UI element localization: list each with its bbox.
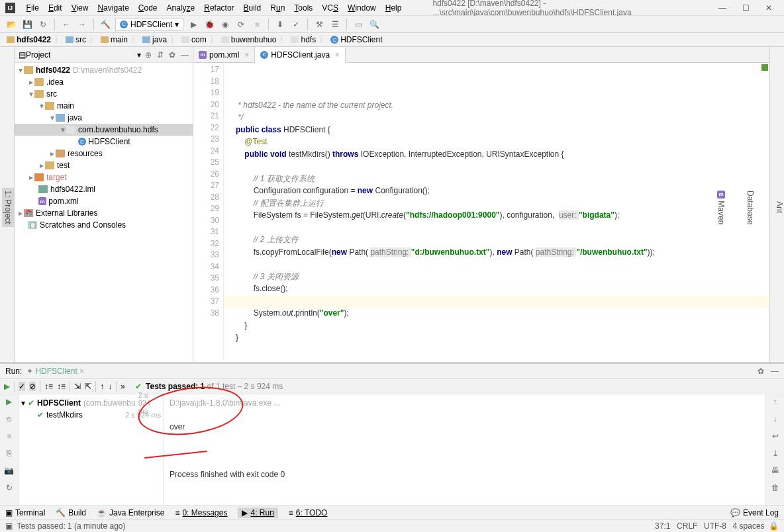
- tree-extlib[interactable]: ▸📚External Libraries: [15, 207, 193, 219]
- menu-view[interactable]: View: [67, 2, 93, 14]
- down-icon[interactable]: ↓: [108, 382, 112, 391]
- crumb-buwenbuhuo[interactable]: buwenbuhuo: [220, 35, 278, 44]
- debug-icon[interactable]: 🐞: [203, 19, 215, 30]
- tree-src[interactable]: ▾src: [15, 88, 193, 100]
- tree-java[interactable]: ▾java: [15, 112, 193, 124]
- gavel-icon[interactable]: ⚒: [313, 19, 325, 30]
- save-icon[interactable]: 💾: [21, 19, 33, 30]
- down-arrow-icon[interactable]: ↓: [773, 414, 777, 423]
- line-gutter[interactable]: 1718 19 20 21 222324 252627 282930 31323…: [193, 63, 224, 362]
- collapse-icon[interactable]: ⇵: [157, 50, 164, 60]
- close-icon[interactable]: ✕: [765, 3, 772, 13]
- run-test-tree[interactable]: ▾✔HDFSClient (com.buwenbu2 s 924 ms ✔tes…: [19, 394, 164, 506]
- crumb-java[interactable]: java: [141, 35, 168, 44]
- crumb-com[interactable]: com: [180, 35, 208, 44]
- test-root[interactable]: ▾✔HDFSClient (com.buwenbu2 s 924 ms: [21, 397, 161, 409]
- status-crlf[interactable]: CRLF: [677, 521, 697, 531]
- profile-icon[interactable]: ⟳: [235, 19, 247, 30]
- menu-help[interactable]: Help: [381, 2, 407, 14]
- pin-icon[interactable]: ⎋: [7, 414, 11, 423]
- check-icon[interactable]: ✓: [19, 382, 25, 391]
- avd-icon[interactable]: ▭: [352, 19, 364, 30]
- run-icon[interactable]: ▶: [187, 19, 199, 30]
- tree-main[interactable]: ▾main: [15, 100, 193, 112]
- up-arrow-icon[interactable]: ↑: [773, 397, 777, 406]
- expand-icon[interactable]: ⇲: [74, 382, 81, 391]
- tree-class[interactable]: C HDFSClient: [15, 136, 193, 148]
- tree-scratch[interactable]: 📋Scratches and Consoles: [15, 219, 193, 231]
- console-output[interactable]: D:\java\jdk-1.8.0\bin\java.exe ... over …: [164, 394, 765, 506]
- lock-icon[interactable]: 🔒: [769, 521, 779, 531]
- editor-body[interactable]: 1718 19 20 21 222324 252627 282930 31323…: [193, 63, 769, 362]
- minimize-icon[interactable]: —: [718, 3, 726, 13]
- bottom-terminal[interactable]: ▣ Terminal: [5, 508, 45, 517]
- stop-icon[interactable]: ■: [251, 19, 263, 30]
- open-icon[interactable]: 📂: [5, 19, 17, 30]
- tree-idea[interactable]: ▸.idea: [15, 76, 193, 88]
- status-pos[interactable]: 37:1: [655, 521, 670, 531]
- tree-test[interactable]: ▸test: [15, 159, 193, 171]
- bottom-build[interactable]: 🔨 Build: [56, 508, 86, 517]
- hide-icon[interactable]: —: [181, 50, 189, 60]
- status-indent[interactable]: 4 spaces: [733, 521, 765, 531]
- wrap-icon[interactable]: ↩: [772, 431, 779, 441]
- test-method[interactable]: ✔testMkdirs2 s 924 ms: [21, 409, 161, 421]
- menu-navigate[interactable]: Navigate: [93, 2, 133, 14]
- tree-pkg[interactable]: ▾com.buwenbuhuo.hdfs: [15, 124, 193, 136]
- print-icon[interactable]: 🖶: [771, 466, 779, 475]
- menu-edit[interactable]: Edit: [44, 2, 67, 14]
- menu-window[interactable]: Window: [343, 2, 381, 14]
- menu-refactor[interactable]: Refactor: [199, 2, 238, 14]
- vcs-update-icon[interactable]: ⬇: [274, 19, 286, 30]
- bottom-run[interactable]: ▶ 4: Run: [238, 508, 277, 518]
- hammer-icon[interactable]: 🔨: [99, 19, 111, 30]
- crumb-root[interactable]: hdfs0422: [5, 35, 52, 44]
- crumb-main[interactable]: main: [99, 35, 129, 44]
- run-config-combo[interactable]: C HDFSClient ▾: [115, 18, 183, 31]
- sync-icon[interactable]: ↻: [37, 19, 49, 30]
- rerun-icon[interactable]: ▶: [4, 382, 10, 391]
- chevron-down-icon[interactable]: ▾: [137, 50, 141, 60]
- gear-icon[interactable]: ✿: [758, 367, 764, 376]
- tool-ant[interactable]: Ant: [775, 201, 784, 213]
- maximize-icon[interactable]: ☐: [742, 3, 750, 13]
- camera-icon[interactable]: 📷: [4, 466, 14, 475]
- tree-resources[interactable]: ▸resources: [15, 148, 193, 159]
- hide-icon[interactable]: —: [771, 367, 779, 376]
- gear-icon[interactable]: ✿: [169, 50, 175, 60]
- bottom-eventlog[interactable]: 💬 Event Log: [730, 508, 779, 517]
- trash-icon[interactable]: 🗑: [771, 483, 779, 492]
- bottom-todo[interactable]: ≡ 6: TODO: [289, 508, 328, 517]
- menu-vcs[interactable]: VCS: [317, 2, 343, 14]
- tree-target[interactable]: ▸target: [15, 171, 193, 183]
- tab-pom[interactable]: mpom.xml×: [193, 47, 255, 62]
- up-icon[interactable]: ↑: [100, 382, 104, 391]
- forward-icon[interactable]: →: [76, 19, 88, 30]
- menu-code[interactable]: Code: [134, 2, 162, 14]
- rerun-icon[interactable]: ▶: [6, 397, 12, 406]
- export-icon[interactable]: »: [121, 382, 125, 391]
- scroll-icon[interactable]: ⤓: [772, 449, 779, 458]
- vcs-commit-icon[interactable]: ✓: [290, 19, 302, 30]
- project-tree[interactable]: ▾hdfs0422D:\maven\hdfs0422 ▸.idea ▾src ▾…: [15, 63, 193, 362]
- menu-tools[interactable]: Tools: [289, 2, 317, 14]
- sort-icon[interactable]: ↕≡: [44, 382, 53, 391]
- code-area[interactable]: * hdfs0422 - the name of the current pro…: [224, 63, 769, 362]
- close-icon[interactable]: ×: [244, 50, 249, 60]
- crumb-src[interactable]: src: [64, 35, 87, 44]
- run-tab[interactable]: ✦ HDFSClient ×: [26, 367, 84, 376]
- bottom-jee[interactable]: ☕ Java Enterprise: [97, 508, 164, 517]
- status-enc[interactable]: UTF-8: [704, 521, 726, 531]
- menu-build[interactable]: Build: [239, 2, 266, 14]
- status-left-icon[interactable]: ▣: [5, 521, 13, 531]
- sort2-icon[interactable]: ↕≡: [57, 382, 66, 391]
- menu-file[interactable]: File: [22, 2, 44, 14]
- tree-root[interactable]: ▾hdfs0422D:\maven\hdfs0422: [15, 64, 193, 76]
- close-icon[interactable]: ×: [335, 50, 340, 60]
- tree-pom[interactable]: m pom.xml: [15, 195, 193, 207]
- stop-icon[interactable]: ■: [7, 431, 11, 441]
- cancel-icon[interactable]: ⊘: [29, 382, 36, 391]
- tab-client[interactable]: CHDFSClient.java×: [255, 47, 346, 63]
- dump-icon[interactable]: ⎘: [7, 449, 11, 458]
- back-icon[interactable]: ←: [60, 19, 72, 30]
